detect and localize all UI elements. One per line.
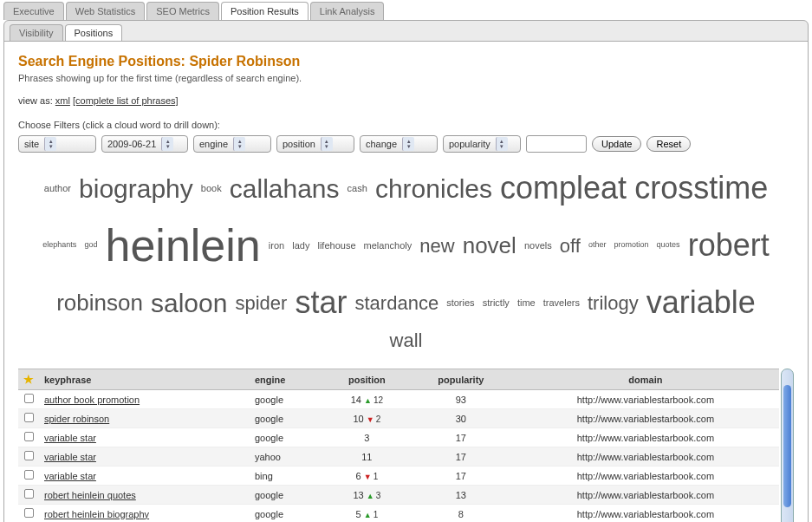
filter-search-input[interactable] — [526, 135, 587, 153]
select-arrows-icon: ▴▾ — [402, 137, 414, 151]
popularity-cell: 13 — [410, 486, 512, 505]
domain-cell: http://www.variablestarbook.com — [512, 390, 779, 409]
cloud-word[interactable]: star — [295, 284, 347, 320]
cloud-word[interactable]: spider — [235, 292, 287, 314]
cloud-word[interactable]: novel — [463, 232, 516, 258]
keyphrase-link[interactable]: spider robinson — [44, 414, 109, 424]
cloud-word[interactable]: lady — [292, 240, 309, 251]
reset-button[interactable]: Reset — [646, 136, 691, 152]
cloud-word[interactable]: other — [588, 240, 607, 249]
row-checkbox[interactable] — [24, 413, 34, 422]
table-row: variable stargoogle3 17http://www.variab… — [18, 428, 779, 447]
cloud-word[interactable]: quotes — [657, 240, 680, 249]
popularity-cell: 8 — [410, 505, 512, 523]
cloud-word[interactable]: chronicles — [375, 174, 492, 203]
star-icon: ★ — [23, 373, 34, 386]
cloud-word[interactable]: travelers — [543, 297, 580, 308]
cloud-word[interactable]: cash — [348, 183, 367, 193]
col-domain[interactable]: domain — [512, 369, 779, 390]
engine-cell: bing — [250, 467, 324, 486]
cloud-word[interactable]: author — [44, 183, 71, 193]
cloud-word[interactable]: new — [419, 235, 454, 257]
engine-cell: google — [250, 505, 324, 523]
keyphrase-link[interactable]: variable star — [44, 452, 96, 462]
col-engine[interactable]: engine — [250, 369, 324, 390]
cloud-word[interactable]: stardance — [355, 292, 439, 314]
cloud-word[interactable]: biography — [79, 174, 193, 203]
arrow-up-icon: ▲ — [367, 492, 374, 500]
col-star[interactable]: ★ — [18, 369, 39, 390]
view-as-row: view as: xml [complete list of phrases] — [18, 95, 794, 106]
cloud-word[interactable]: melancholy — [364, 240, 412, 251]
row-checkbox[interactable] — [24, 489, 34, 499]
cloud-word[interactable]: lifehouse — [317, 240, 355, 251]
top-tab-seo-metrics[interactable]: SEO Metrics — [146, 2, 219, 20]
cloud-word[interactable]: robinson — [56, 290, 143, 316]
keyphrase-link[interactable]: variable star — [44, 433, 96, 443]
keyphrase-link[interactable]: robert heinlein biography — [44, 509, 149, 519]
select-arrows-icon: ▴▾ — [321, 137, 333, 151]
filter-site-select[interactable]: site▴▾ — [18, 135, 96, 153]
cloud-word[interactable]: iron — [269, 240, 284, 251]
row-checkbox[interactable] — [24, 432, 34, 441]
select-arrows-icon: ▴▾ — [233, 137, 245, 151]
keyphrase-link[interactable]: robert heinlein quotes — [44, 490, 136, 500]
word-cloud: author biography book callahans cash chr… — [36, 165, 776, 355]
filter-popularity-select[interactable]: popularity▴▾ — [443, 135, 521, 153]
cloud-word[interactable]: callahans — [230, 174, 340, 203]
filter-position-select[interactable]: position▴▾ — [276, 135, 354, 153]
top-tab-web-statistics[interactable]: Web Statistics — [66, 2, 146, 20]
row-checkbox[interactable] — [24, 394, 34, 403]
col-position[interactable]: position — [324, 369, 410, 390]
position-cell: 14 ▲12 — [324, 390, 410, 409]
cloud-word[interactable]: elephants — [42, 240, 76, 249]
col-popularity[interactable]: popularity — [410, 369, 512, 390]
top-tab-link-analysis[interactable]: Link Analysis — [310, 2, 385, 20]
cloud-word[interactable]: saloon — [151, 289, 227, 317]
filter-change-select[interactable]: change▴▾ — [360, 135, 438, 153]
position-cell: 11 — [324, 447, 410, 467]
position-cell: 10 ▼2 — [324, 409, 410, 428]
scrollbar-thumb[interactable] — [783, 385, 791, 507]
keyphrase-link[interactable]: variable star — [44, 471, 96, 481]
cloud-word[interactable]: variable — [646, 284, 756, 320]
page-title: Search Engine Positions: Spider Robinson — [18, 54, 794, 69]
view-as-complete-link[interactable]: [complete list of phrases] — [73, 95, 179, 106]
row-checkbox[interactable] — [24, 451, 34, 460]
scrollbar[interactable] — [781, 369, 794, 522]
filter-date-select[interactable]: 2009-06-21▴▾ — [101, 135, 188, 153]
keyphrase-link[interactable]: author book promotion — [44, 395, 140, 405]
select-arrows-icon: ▴▾ — [496, 137, 508, 151]
view-as-xml-link[interactable]: xml — [55, 95, 70, 106]
cloud-word[interactable]: novels — [524, 240, 552, 251]
filters-label: Choose Filters (click a cloud word to dr… — [18, 120, 794, 130]
cloud-word[interactable]: stories — [446, 297, 474, 308]
col-keyphrase[interactable]: keyphrase — [39, 369, 250, 390]
cloud-word[interactable]: compleat — [500, 170, 627, 206]
results-table: ★ keyphrase engine position popularity d… — [18, 369, 779, 522]
top-tab-executive[interactable]: Executive — [3, 2, 64, 20]
row-checkbox[interactable] — [24, 508, 34, 518]
cloud-word[interactable]: strictly — [483, 297, 510, 308]
popularity-cell: 93 — [410, 390, 512, 409]
filter-engine-select[interactable]: engine▴▾ — [193, 135, 271, 153]
cloud-word[interactable]: promotion — [614, 240, 648, 249]
popularity-cell: 17 — [410, 447, 512, 467]
sub-tab-visibility[interactable]: Visibility — [10, 24, 63, 41]
cloud-word[interactable]: crosstime — [634, 170, 768, 206]
popularity-cell: 30 — [410, 409, 512, 428]
cloud-word[interactable]: off — [560, 235, 581, 257]
cloud-word[interactable]: wall — [390, 330, 423, 351]
update-button[interactable]: Update — [592, 136, 641, 152]
table-row: spider robinsongoogle10 ▼230http://www.v… — [18, 409, 779, 428]
cloud-word[interactable]: time — [517, 297, 536, 308]
top-tab-position-results[interactable]: Position Results — [221, 2, 309, 20]
cloud-word[interactable]: robert — [688, 227, 770, 263]
sub-tab-positions[interactable]: Positions — [65, 24, 123, 41]
cloud-word[interactable]: book — [201, 183, 222, 193]
cloud-word[interactable]: heinlein — [105, 220, 260, 271]
engine-cell: google — [250, 390, 324, 409]
cloud-word[interactable]: god — [84, 240, 97, 249]
cloud-word[interactable]: trilogy — [588, 292, 639, 314]
row-checkbox[interactable] — [24, 470, 34, 480]
